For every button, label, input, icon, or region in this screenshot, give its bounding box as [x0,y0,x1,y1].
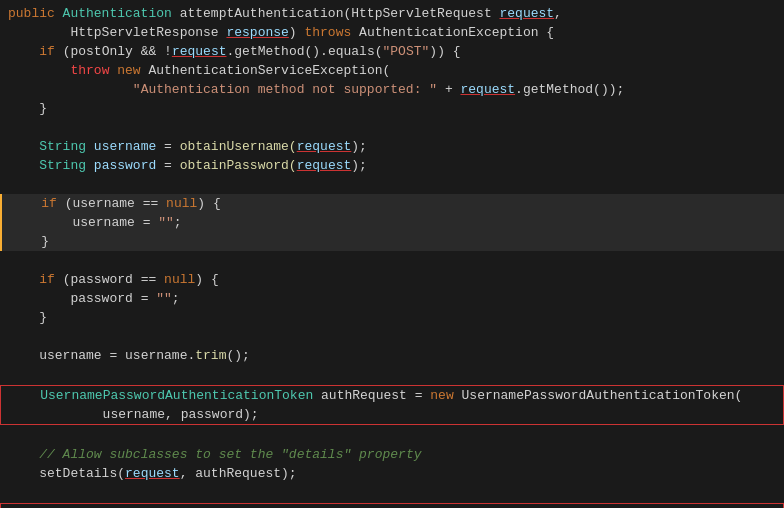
code-line: } [0,308,784,327]
code-line: if (username == null) { [0,194,784,213]
code-line: UsernamePasswordAuthenticationToken auth… [1,386,783,405]
code-line: String username = obtainUsername(request… [0,137,784,156]
highlighted-box-single: return this.getAuthenticationManager().a… [0,503,784,508]
code-line: HttpServletResponse response) throws Aut… [0,23,784,42]
code-line: if (postOnly && !request.getMethod().equ… [0,42,784,61]
code-line: public Authentication attemptAuthenticat… [0,4,784,23]
code-line: // Allow subclasses to set the "details"… [0,445,784,464]
code-line: } [0,99,784,118]
highlighted-box: UsernamePasswordAuthenticationToken auth… [0,385,784,425]
code-content: public Authentication attemptAuthenticat… [0,0,784,508]
underlined-var: request [125,464,180,483]
code-line [0,483,784,502]
code-line [0,251,784,270]
underlined-var: request [297,137,352,156]
code-line: String password = obtainPassword(request… [0,156,784,175]
code-line [0,175,784,194]
code-editor: public Authentication attemptAuthenticat… [0,0,784,508]
underlined-var: request [172,42,227,61]
code-line: username = ""; [0,213,784,232]
code-line [0,327,784,346]
underlined-var: request [297,156,352,175]
code-line [0,118,784,137]
code-line: username = username.trim(); [0,346,784,365]
code-line: username, password); [1,405,783,424]
underlined-var: request [500,4,555,23]
code-line: throw new AuthenticationServiceException… [0,61,784,80]
code-line: password = ""; [0,289,784,308]
throw-keyword: throw [70,61,109,80]
underlined-var: response [226,23,288,42]
code-line: } [0,232,784,251]
code-line: setDetails(request, authRequest); [0,464,784,483]
code-line: "Authentication method not supported: " … [0,80,784,99]
code-line: if (password == null) { [0,270,784,289]
code-line [0,426,784,445]
code-line [0,365,784,384]
code-line: return this.getAuthenticationManager().a… [1,504,783,508]
underlined-var: request [460,80,515,99]
